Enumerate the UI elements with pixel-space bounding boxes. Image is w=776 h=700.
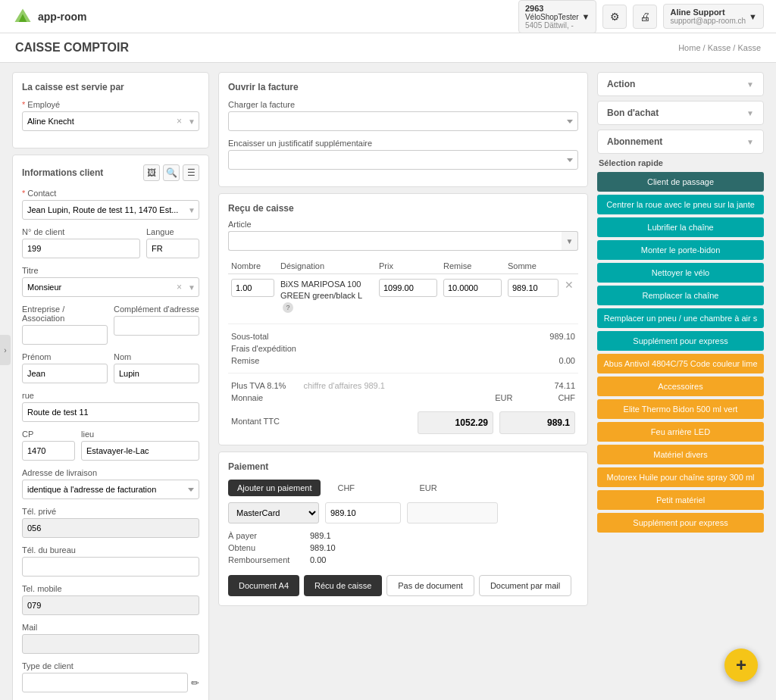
cp-input[interactable] — [22, 441, 75, 461]
item-somme-input[interactable] — [508, 279, 559, 297]
quick-button-12[interactable]: Matériel divers — [597, 445, 764, 464]
quick-button-9[interactable]: Accessoires — [597, 377, 764, 396]
client-table-icon[interactable]: ☰ — [183, 164, 199, 181]
document-a4-button[interactable]: Document A4 — [228, 575, 299, 596]
quick-button-0[interactable]: Client de passage — [597, 172, 764, 192]
lieu-input[interactable] — [81, 441, 199, 461]
obtenu-value: 989.10 — [310, 543, 336, 552]
employee-clear-icon[interactable]: × — [174, 116, 185, 127]
language-input[interactable] — [146, 239, 199, 258]
sidebar-toggle[interactable]: › — [0, 335, 11, 365]
quick-button-15[interactable]: Supplément pour express — [597, 513, 764, 533]
store-name: VéloShopTester — [525, 13, 579, 21]
title-input[interactable] — [23, 280, 174, 295]
remboursement-row: Remboursement 0.00 — [228, 554, 578, 566]
article-input[interactable] — [228, 231, 562, 251]
address-complement-input[interactable] — [114, 316, 199, 336]
client-info-header: Informations client 🖼 🔍 ☰ — [22, 164, 199, 181]
office-phone-input[interactable] — [22, 557, 199, 577]
contact-input[interactable] — [23, 202, 185, 217]
bon-achat-header[interactable]: Bon d'achat ▼ — [598, 102, 763, 124]
served-by-card: La caisse est servie par Employé × ▼ — [12, 72, 209, 148]
item-price-input[interactable] — [379, 279, 437, 297]
logo: app-room — [12, 6, 87, 27]
currency-labels: CHF EUR — [330, 483, 436, 492]
article-dropdown-icon[interactable]: ▼ — [562, 231, 578, 251]
company-input[interactable] — [22, 325, 108, 345]
street-input[interactable] — [22, 402, 199, 422]
title-group: Titre × ▼ — [22, 266, 199, 297]
quick-button-3[interactable]: Monter le porte-bidon — [597, 240, 764, 260]
eur-label: EUR — [419, 483, 436, 492]
add-payment-button[interactable]: Ajouter un paiement — [228, 480, 321, 496]
private-phone-input[interactable] — [22, 518, 199, 538]
quick-button-2[interactable]: Lubrifier la chaîne — [597, 217, 764, 237]
document-mail-button[interactable]: Document par mail — [479, 575, 571, 596]
language-group: Langue — [146, 227, 199, 258]
quick-button-7[interactable]: Supplément pour express — [597, 331, 764, 351]
store-selector[interactable]: 2963 VéloShopTester 5405 Dättwil, - ▼ — [518, 0, 597, 33]
load-invoice-select[interactable] — [228, 111, 578, 131]
print-icon[interactable]: 🖨 — [633, 5, 657, 29]
user-menu[interactable]: Aline Support support@app-room.ch ▼ — [663, 4, 764, 29]
client-type-edit-icon[interactable]: ✏ — [191, 677, 199, 689]
client-type-group: Type de client ✏ — [22, 661, 199, 692]
served-by-title: La caisse est servie par — [22, 82, 199, 92]
extra-receipt-select[interactable] — [228, 150, 578, 170]
payment-chf-input[interactable] — [325, 502, 401, 523]
contact-dropdown-icon[interactable]: ▼ — [185, 206, 199, 214]
pas-document-button[interactable]: Pas de document — [386, 575, 474, 596]
firstname-input[interactable] — [22, 364, 108, 383]
remboursement-label: Remboursement — [228, 555, 304, 564]
company-label: Entreprise / Association — [22, 305, 108, 323]
quick-button-6[interactable]: Remplacer un pneu / une chambre à air s — [597, 308, 764, 328]
col-header-somme: Somme — [505, 258, 562, 274]
item-help-icon[interactable]: ? — [283, 302, 293, 313]
remboursement-value: 0.00 — [310, 555, 326, 564]
item-remise-cell — [440, 274, 505, 317]
delivery-address-select[interactable]: identique à l'adresse de facturation — [22, 480, 199, 499]
fab-button[interactable]: + — [724, 648, 758, 682]
action-section-header[interactable]: Action ▼ — [598, 73, 763, 95]
col-header-remise: Remise — [440, 258, 505, 274]
client-photo-icon[interactable]: 🖼 — [143, 164, 160, 181]
quick-button-14[interactable]: Petit matériel — [597, 490, 764, 510]
lastname-input[interactable] — [114, 364, 199, 383]
quick-button-8[interactable]: Abus Antivol 4804C/75 Code couleur lime — [597, 354, 764, 373]
mail-input[interactable] — [22, 634, 199, 654]
employee-dropdown-icon[interactable]: ▼ — [185, 117, 199, 126]
cp-col: CP — [22, 430, 75, 468]
quick-button-13[interactable]: Motorex Huile pour chaîne spray 300 ml — [597, 467, 764, 487]
quick-button-4[interactable]: Nettoyer le vélo — [597, 263, 764, 283]
client-type-input[interactable] — [22, 673, 188, 692]
article-input-row: ▼ — [228, 231, 578, 251]
title-clear-icon[interactable]: × — [174, 282, 185, 292]
montant-ttc-label: Montant TTC — [231, 417, 280, 426]
breadcrumb-kasse[interactable]: Kasse — [708, 43, 731, 52]
item-delete-button[interactable]: ✕ — [565, 279, 574, 291]
abonnement-header[interactable]: Abonnement ▼ — [598, 130, 763, 153]
item-number-cell — [228, 274, 277, 317]
item-remise-input[interactable] — [443, 279, 502, 297]
payment-eur-input[interactable] — [407, 502, 498, 523]
quick-button-11[interactable]: Feu arrière LED — [597, 422, 764, 442]
client-number-input[interactable] — [22, 239, 140, 258]
mobile-phone-input[interactable] — [22, 595, 199, 615]
title-dropdown-icon[interactable]: ▼ — [185, 283, 199, 292]
breadcrumb-home[interactable]: Home — [678, 43, 700, 52]
extra-receipt-group: Encaisser un justificatif supplémentaire — [228, 139, 578, 170]
quick-button-5[interactable]: Remplacer la chaîne — [597, 286, 764, 305]
montant-ttc-eur-input[interactable] — [418, 411, 493, 434]
item-number-input[interactable] — [231, 279, 274, 297]
recu-caisse-button[interactable]: Récu de caisse — [304, 575, 382, 596]
payment-method-select[interactable]: MasterCard Cash Twint — [228, 502, 319, 523]
employee-input[interactable] — [23, 114, 174, 129]
bon-achat-title: Bon d'achat — [607, 108, 659, 118]
montant-ttc-chf-input[interactable] — [499, 411, 575, 434]
client-search-icon[interactable]: 🔍 — [163, 164, 180, 181]
abonnement-section: Abonnement ▼ — [597, 130, 764, 154]
quick-button-10[interactable]: Elite Thermo Bidon 500 ml vert — [597, 399, 764, 419]
settings-icon[interactable]: ⚙ — [602, 5, 627, 29]
load-invoice-group: Charger la facture — [228, 100, 578, 131]
quick-button-1[interactable]: Centrer la roue avec le pneu sur la jant… — [597, 195, 764, 214]
